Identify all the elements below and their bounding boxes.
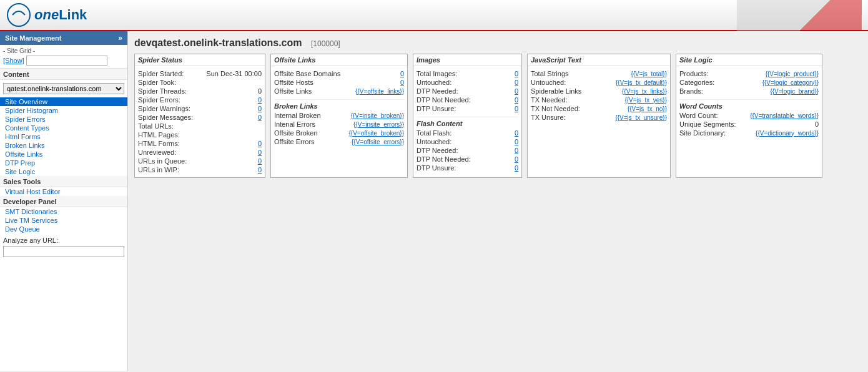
flash-dtp-unsure-row: DTP Unsure: 0	[417, 164, 518, 172]
content-section-label: Content	[0, 69, 127, 80]
sidebar-item-broken-links[interactable]: Broken Links	[0, 141, 127, 150]
urls-wip-label: URLs in WIP:	[138, 166, 179, 174]
sidebar-item-live-tm-services[interactable]: Live TM Services	[0, 216, 127, 225]
sidebar-item-site-logic[interactable]: Site Logic	[0, 167, 127, 176]
html-forms-value[interactable]: 0	[258, 140, 262, 147]
brands-value[interactable]: {{V=logic_brand}}	[770, 88, 819, 95]
offsite-links-value[interactable]: {{V=offsite_links}}	[355, 88, 404, 95]
sidebar-item-offsite-links[interactable]: Offsite Links	[0, 150, 127, 159]
products-value[interactable]: {{V=logic_product}}	[766, 71, 819, 77]
sidebar-item-smt-dictionaries[interactable]: SMT Dictionaries	[0, 207, 127, 216]
total-flash-value[interactable]: 0	[515, 129, 518, 137]
internal-broken-value[interactable]: {{V=insite_broken}}	[351, 112, 404, 119]
urls-wip-value[interactable]: 0	[258, 166, 262, 174]
html-pages-row: HTML Pages:	[138, 130, 262, 139]
site-management-label: Site Management	[5, 34, 61, 42]
content-dropdown-container: qatest.onelink-translations.com	[0, 80, 127, 97]
total-images-value[interactable]: 0	[515, 70, 518, 77]
offsite-errors-value[interactable]: {{V=offsite_errors}}	[352, 139, 404, 145]
categories-value[interactable]: {{V=logic_category}}	[762, 79, 819, 86]
offsite-hosts-value[interactable]: 0	[400, 79, 404, 86]
content-site-select[interactable]: qatest.onelink-translations.com	[3, 83, 124, 94]
unique-segments-row: Unique Segments: 0	[679, 120, 819, 129]
js-tx-not-needed-value[interactable]: {{V=js_tx_no}}	[628, 105, 667, 112]
site-logic-title: Site Logic	[676, 54, 822, 66]
flash-content-subtitle: Flash Content	[417, 117, 518, 127]
unreviewed-value[interactable]: 0	[258, 149, 262, 156]
js-tx-unsure-value[interactable]: {{V=js_tx_unsure}}	[615, 114, 667, 121]
spider-started-value: Sun Dec-31 00:00	[206, 70, 262, 77]
offsite-hosts-row: Offsite Hosts 0	[274, 78, 404, 87]
js-untouched-value[interactable]: {{V=js_tx_default}}	[616, 79, 667, 86]
word-count-label: Word Count:	[679, 112, 718, 119]
flash-dtp-unsure-value[interactable]: 0	[515, 164, 518, 172]
urls-queue-value[interactable]: 0	[258, 157, 262, 165]
spider-warnings-row: Spider Warnings: 0	[138, 104, 262, 113]
sidebar-item-html-forms[interactable]: Html Forms	[0, 132, 127, 141]
html-forms-label: HTML Forms:	[138, 140, 180, 147]
offsite-links-panel: Offsite Links Offsite Base Domains 0 Off…	[270, 54, 408, 178]
html-pages-label: HTML Pages:	[138, 131, 180, 139]
logo-link: Link	[59, 7, 87, 22]
spider-status-panel: Spider Status Spider Started: Sun Dec-31…	[134, 54, 265, 178]
site-dictionary-value[interactable]: {{V=dictionary_words}}	[756, 130, 819, 137]
header: oneLink	[0, 0, 868, 31]
brands-row: Brands: {{V=logic_brand}}	[679, 87, 819, 95]
nav-links: Site Overview Spider Histogram Spider Er…	[0, 97, 127, 176]
images-untouched-value[interactable]: 0	[515, 79, 518, 86]
sidebar-item-content-types[interactable]: Content Types	[0, 124, 127, 132]
images-dtp-unsure-value[interactable]: 0	[515, 105, 518, 112]
word-counts-subtitle: Word Counts	[679, 99, 819, 110]
sidebar-item-virtual-host-editor[interactable]: Virtual Host Editor	[0, 187, 127, 196]
sidebar-item-spider-histogram[interactable]: Spider Histogram	[0, 106, 127, 115]
word-count-value[interactable]: {{V=translatable_words}}	[750, 112, 819, 119]
sidebar-item-dtp-prep[interactable]: DTP Prep	[0, 159, 127, 167]
sidebar-item-dev-queue[interactable]: Dev Queue	[0, 225, 127, 233]
categories-label: Categories:	[679, 79, 714, 86]
internal-errors-value[interactable]: {{V=insite_errors}}	[353, 121, 404, 128]
site-grid-input[interactable]	[26, 56, 107, 66]
offsite-broken-row: Offsite Broken {{V=offsite_broken}}	[274, 129, 404, 137]
images-dtp-not-needed-label: DTP Not Needed:	[417, 96, 471, 104]
show-link[interactable]: [Show]	[3, 57, 24, 64]
flash-untouched-value[interactable]: 0	[515, 138, 518, 145]
unreviewed-row: Unreviewed: 0	[138, 148, 262, 157]
js-tx-needed-label: TX Needed:	[531, 96, 568, 104]
images-dtp-not-needed-value[interactable]: 0	[515, 96, 518, 104]
collapse-sidebar-button[interactable]: »	[118, 34, 122, 42]
flash-dtp-not-needed-value[interactable]: 0	[515, 155, 518, 163]
site-management-header: Site Management »	[0, 31, 127, 45]
js-tx-needed-value[interactable]: {{V=js_tx_yes}}	[624, 97, 667, 104]
sidebar-item-site-overview[interactable]: Site Overview	[0, 97, 127, 106]
flash-dtp-needed-value[interactable]: 0	[515, 147, 518, 154]
sidebar-item-spider-errors[interactable]: Spider Errors	[0, 115, 127, 124]
spider-started-label: Spider Started:	[138, 70, 184, 77]
offsite-base-domains-value[interactable]: 0	[400, 70, 404, 77]
js-total-strings-value[interactable]: {{V=js_total}}	[631, 71, 667, 77]
offsite-errors-row: Offsite Errors {{V=offsite_errors}}	[274, 137, 404, 146]
spider-errors-value[interactable]: 0	[258, 96, 262, 104]
offsite-broken-value[interactable]: {{V=offsite_broken}}	[348, 130, 404, 137]
js-spiderable-label: Spiderable Links	[531, 87, 581, 95]
sales-tools-label: Sales Tools	[0, 176, 127, 187]
site-grid-label: - Site Grid -	[3, 47, 124, 54]
images-dtp-needed-value[interactable]: 0	[515, 87, 518, 95]
urls-wip-row: URLs in WIP: 0	[138, 165, 262, 174]
internal-errors-label: Intenal Errors	[274, 120, 315, 128]
logo-one: one	[34, 7, 59, 22]
js-tx-not-needed-label: TX Not Needed:	[531, 105, 580, 112]
js-tx-unsure-label: TX Unsure:	[531, 114, 566, 121]
analyze-url-input[interactable]	[3, 246, 124, 257]
spider-errors-row: Spider Errors: 0	[138, 95, 262, 104]
offsite-errors-label: Offsite Errors	[274, 138, 315, 145]
spider-errors-label: Spider Errors:	[138, 96, 180, 104]
flash-dtp-unsure-label: DTP Unsure:	[417, 164, 456, 172]
js-tx-unsure-row: TX Unsure: {{V=js_tx_unsure}}	[531, 113, 667, 122]
spider-started-row: Spider Started: Sun Dec-31 00:00	[138, 69, 262, 78]
logo-text: oneLink	[34, 7, 87, 23]
spider-warnings-value[interactable]: 0	[258, 105, 262, 112]
site-id: [100000]	[311, 39, 340, 48]
unreviewed-label: Unreviewed:	[138, 149, 176, 156]
js-spiderable-value[interactable]: {{V=js_tx_links}}	[622, 88, 667, 95]
spider-messages-value[interactable]: 0	[258, 114, 262, 121]
